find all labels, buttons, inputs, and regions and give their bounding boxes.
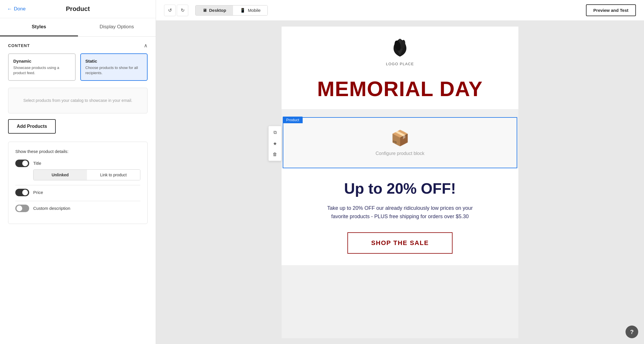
product-block-icon: 📦 (391, 129, 410, 147)
title-toggle-row: Title (15, 160, 140, 167)
desktop-label: Desktop (209, 8, 226, 13)
memorial-day-headline: MEMORIAL DAY (293, 78, 507, 100)
link-toggle: Unlinked Link to product (33, 169, 140, 180)
undo-redo-group: ↺ ↻ (164, 5, 188, 16)
right-panel: ↺ ↻ 🖥 Desktop 📱 Mobile Preview and Test (156, 0, 644, 344)
custom-description-toggle-label: Custom description (33, 206, 70, 211)
panel-body: Dynamic Showcase products using a produc… (0, 53, 156, 231)
placeholder-text: Select products from your catalog to sho… (23, 98, 132, 103)
offer-title: Up to 20% OFF! (299, 180, 501, 197)
preview-and-test-button[interactable]: Preview and Test (586, 4, 636, 16)
price-toggle[interactable] (15, 189, 29, 196)
divider-1 (15, 185, 140, 185)
logo-text: LOGO PLACE (282, 62, 518, 66)
product-placeholder-box: Select products from your catalog to sho… (8, 88, 148, 113)
title-toggle-label: Title (33, 161, 41, 166)
left-panel: ← Done Product Styles Display Options CO… (0, 0, 156, 344)
price-toggle-row: Price (15, 189, 140, 196)
desktop-icon: 🖥 (202, 8, 207, 13)
type-card-static-title: Static (85, 59, 143, 63)
add-products-button[interactable]: Add Products (8, 119, 56, 134)
copy-block-button[interactable]: ⧉ (270, 127, 280, 138)
type-card-dynamic-desc: Showcase products using a product feed. (13, 65, 70, 76)
product-block: 📦 Configure product block (283, 117, 517, 168)
help-button[interactable]: ? (626, 326, 638, 338)
link-option-unlinked[interactable]: Unlinked (33, 170, 87, 180)
link-option-link-to-product[interactable]: Link to product (87, 170, 140, 180)
title-toggle[interactable] (15, 160, 29, 167)
undo-button[interactable]: ↺ (164, 5, 176, 16)
tab-bar: Styles Display Options (0, 18, 156, 37)
float-toolbar: ⧉ ★ 🗑 (268, 126, 282, 161)
back-arrow-icon: ← (7, 6, 12, 12)
type-card-dynamic[interactable]: Dynamic Showcase products using a produc… (8, 53, 76, 81)
done-button[interactable]: ← Done (7, 6, 26, 12)
price-toggle-label: Price (33, 190, 43, 195)
redo-button[interactable]: ↻ (177, 5, 188, 16)
product-details-title: Show these product details: (15, 149, 140, 154)
product-details-card: Show these product details: Title Unlink… (8, 142, 148, 224)
done-label: Done (14, 6, 26, 12)
mobile-button[interactable]: 📱 Mobile (233, 5, 267, 15)
type-card-static-desc: Choose products to show for all recipien… (85, 65, 143, 76)
desktop-button[interactable]: 🖥 Desktop (196, 5, 233, 15)
type-card-static[interactable]: Static Choose products to show for all r… (80, 53, 148, 81)
help-icon: ? (630, 329, 634, 335)
type-card-dynamic-title: Dynamic (13, 59, 70, 63)
device-toggle: 🖥 Desktop 📱 Mobile (195, 5, 268, 16)
divider-2 (15, 201, 140, 201)
content-section-title: CONTENT (8, 43, 30, 48)
panel-title: Product (66, 5, 90, 13)
email-headline: MEMORIAL DAY (282, 72, 518, 109)
logo-icon (388, 36, 412, 59)
offer-description: Take up to 20% OFF our already ridiculou… (319, 204, 481, 221)
tab-styles[interactable]: Styles (0, 18, 78, 36)
top-bar: ↺ ↻ 🖥 Desktop 📱 Mobile Preview and Test (156, 0, 644, 21)
shop-the-sale-button[interactable]: SHOP THE SALE (347, 232, 453, 254)
type-selector: Dynamic Showcase products using a produc… (8, 53, 148, 81)
canvas-wrapper: LOGO PLACE MEMORIAL DAY Product ⧉ ★ 🗑 📦 … (156, 21, 644, 344)
panel-header: ← Done Product (0, 0, 156, 18)
favorite-block-button[interactable]: ★ (270, 138, 280, 149)
mobile-icon: 📱 (240, 8, 245, 13)
product-label: Product (283, 117, 303, 123)
product-block-placeholder-text: Configure product block (376, 151, 425, 156)
collapse-button[interactable]: ∧ (144, 42, 148, 49)
delete-block-button[interactable]: 🗑 (270, 149, 280, 160)
tab-display-options[interactable]: Display Options (78, 18, 156, 36)
custom-description-toggle[interactable] (15, 205, 29, 212)
product-block-wrapper: Product ⧉ ★ 🗑 📦 Configure product block (283, 117, 517, 168)
email-logo-area: LOGO PLACE (282, 27, 518, 72)
email-canvas: LOGO PLACE MEMORIAL DAY Product ⧉ ★ 🗑 📦 … (282, 27, 518, 338)
offer-section: Up to 20% OFF! Take up to 20% OFF our al… (282, 168, 518, 265)
content-section-header: CONTENT ∧ (0, 37, 156, 53)
mobile-label: Mobile (248, 8, 260, 13)
custom-description-toggle-row: Custom description (15, 205, 140, 212)
